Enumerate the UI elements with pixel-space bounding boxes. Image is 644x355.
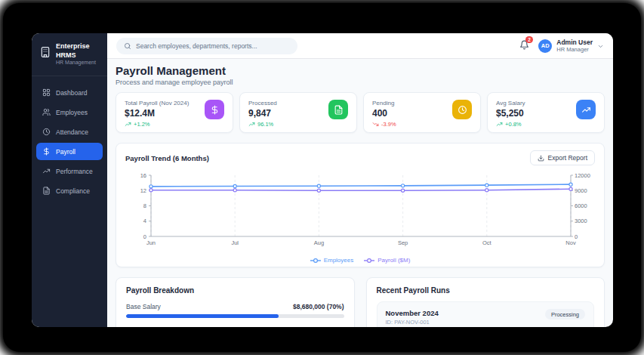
export-report-label: Export Report	[548, 154, 587, 162]
breakdown-row-bonuses-incentives: Bonuses & Incentives $1,240,000 (10%)	[126, 326, 344, 327]
user-role: HR Manager	[556, 46, 593, 53]
breakdown-label: Base Salary	[126, 303, 161, 310]
page-subtitle: Process and manage employee payroll	[116, 79, 605, 86]
payroll-run-item[interactable]: November 2024 ID: PAY-NOV-001 Processing…	[377, 301, 595, 327]
sidebar-item-performance[interactable]: Performance	[36, 162, 103, 180]
notification-badge: 2	[525, 36, 534, 43]
user-menu[interactable]: AD Admin User HR Manager	[538, 39, 604, 54]
avatar: AD	[538, 39, 552, 53]
stat-info: Avg Salary $5,250 +0.8%	[496, 100, 525, 125]
stat-label: Processed	[248, 100, 277, 106]
stat-card-total-payroll-nov-2024: Total Payroll (Nov 2024) $12.4M +1.2%	[116, 92, 233, 133]
company-logo-icon	[39, 46, 51, 61]
status-badge: Processing	[545, 309, 585, 320]
payroll-breakdown-card: Payroll Breakdown Base Salary $8,680,000…	[116, 277, 355, 327]
recent-payroll-runs-card: Recent Payroll Runs November 2024 ID: PA…	[366, 277, 605, 327]
stat-value: 9,847	[248, 108, 277, 119]
chart-header: Payroll Trend (6 Months) Export Report	[125, 150, 595, 165]
stat-value: $5,250	[496, 108, 525, 119]
sidebar-item-attendance[interactable]: Attendance	[36, 123, 103, 140]
breakdown-line: Base Salary $8,680,000 (70%)	[126, 303, 344, 310]
run-top: November 2024 ID: PAY-NOV-001 Processing	[386, 309, 586, 326]
stat-info: Processed 9,847 96.1%	[248, 100, 277, 125]
grid-icon	[42, 88, 51, 97]
app-tagline: HR Management	[56, 60, 101, 65]
stat-card-avg-salary: Avg Salary $5,250 +0.8%	[487, 92, 605, 133]
doc-icon	[42, 187, 51, 195]
app-name: Enterprise HRMS	[56, 42, 101, 60]
search-input[interactable]	[116, 38, 297, 54]
main-area: 2 AD Admin User HR Manager P	[107, 33, 613, 327]
stat-card-pending: Pending 400 -3.9%	[363, 92, 481, 133]
stat-trend-value: -3.9%	[381, 121, 396, 128]
export-report-button[interactable]: Export Report	[530, 150, 595, 165]
breakdown-rows: Base Salary $8,680,000 (70%) Bonuses & I…	[126, 303, 344, 327]
stat-card-processed: Processed 9,847 96.1%	[239, 92, 357, 133]
sidebar-nav: DashboardEmployeesAttendancePayrollPerfo…	[32, 76, 107, 207]
svg-text:6000: 6000	[575, 202, 587, 209]
stat-value: $12.4M	[125, 108, 189, 119]
breakdown-value: $8,680,000 (70%)	[293, 303, 344, 310]
stat-info: Pending 400 -3.9%	[372, 100, 396, 125]
stat-trend: 96.1%	[248, 121, 277, 128]
sidebar-item-label: Payroll	[56, 148, 75, 156]
notifications-button[interactable]: 2	[519, 39, 529, 53]
user-name: Admin User	[556, 39, 593, 47]
search-field[interactable]	[136, 42, 290, 50]
payroll-trend-chart: 0481216030006000900012000JunJulAugSepOct…	[125, 170, 595, 256]
stat-info: Total Payroll (Nov 2024) $12.4M +1.2%	[125, 100, 189, 125]
sidebar-item-label: Attendance	[56, 128, 88, 136]
stat-trend: +1.2%	[125, 121, 189, 128]
download-icon	[538, 155, 544, 162]
svg-text:12: 12	[140, 187, 146, 194]
svg-text:4: 4	[143, 218, 146, 224]
svg-text:Sep: Sep	[398, 239, 408, 246]
users-icon	[42, 108, 51, 116]
sidebar-item-payroll[interactable]: Payroll	[36, 143, 103, 160]
sidebar-item-label: Employees	[56, 109, 88, 116]
legend-label: Payroll ($M)	[377, 257, 410, 264]
sidebar-item-label: Dashboard	[56, 89, 88, 97]
legend-item-employees[interactable]: Employees	[310, 257, 354, 264]
breakdown-title: Payroll Breakdown	[126, 286, 344, 295]
svg-text:Aug: Aug	[314, 239, 324, 246]
stat-trend-value: +1.2%	[134, 121, 149, 128]
app-window: Enterprise HRMS HR Management DashboardE…	[32, 33, 613, 327]
sidebar-item-label: Compliance	[56, 187, 90, 195]
topbar-right: 2 AD Admin User HR Manager	[519, 39, 604, 54]
trendup-icon	[42, 167, 51, 175]
svg-text:12000: 12000	[575, 172, 590, 179]
svg-text:Oct: Oct	[482, 239, 492, 246]
page-title: Payroll Management	[116, 64, 605, 77]
progress-bar-fill	[126, 314, 279, 318]
clock-icon	[42, 128, 51, 136]
screenshot-background: Enterprise HRMS HR Management DashboardE…	[0, 0, 644, 355]
stat-trend: -3.9%	[372, 121, 396, 128]
stat-value: 400	[372, 108, 396, 119]
breakdown-line: Bonuses & Incentives $1,240,000 (10%)	[126, 326, 344, 327]
breakdown-row-base-salary: Base Salary $8,680,000 (70%)	[126, 303, 344, 318]
stat-trend-value: 96.1%	[257, 121, 273, 128]
progress-bar	[126, 314, 344, 318]
legend-item-payroll-m[interactable]: Payroll ($M)	[364, 257, 410, 264]
svg-text:9000: 9000	[575, 187, 587, 194]
payroll-trend-card: Payroll Trend (6 Months) Export Report 0…	[116, 143, 605, 267]
topbar: 2 AD Admin User HR Manager	[107, 33, 613, 59]
run-info: November 2024 ID: PAY-NOV-001	[386, 309, 439, 326]
runs-list: November 2024 ID: PAY-NOV-001 Processing…	[377, 301, 595, 327]
trend-up-icon	[496, 121, 503, 128]
breakdown-label: Bonuses & Incentives	[126, 326, 188, 327]
run-id: ID: PAY-NOV-001	[386, 319, 439, 326]
svg-text:8: 8	[143, 202, 146, 209]
sidebar-item-compliance[interactable]: Compliance	[36, 182, 103, 199]
breakdown-value: $1,240,000 (10%)	[293, 326, 344, 327]
sidebar-item-dashboard[interactable]: Dashboard	[36, 84, 103, 101]
stat-label: Pending	[372, 100, 396, 106]
sidebar-item-label: Performance	[56, 168, 93, 175]
svg-text:Nov: Nov	[565, 239, 576, 246]
svg-text:3000: 3000	[575, 218, 587, 224]
trend-up-icon	[248, 121, 255, 128]
sidebar-item-employees[interactable]: Employees	[36, 103, 103, 121]
legend-marker-icon	[310, 258, 321, 264]
search-icon	[124, 42, 131, 50]
